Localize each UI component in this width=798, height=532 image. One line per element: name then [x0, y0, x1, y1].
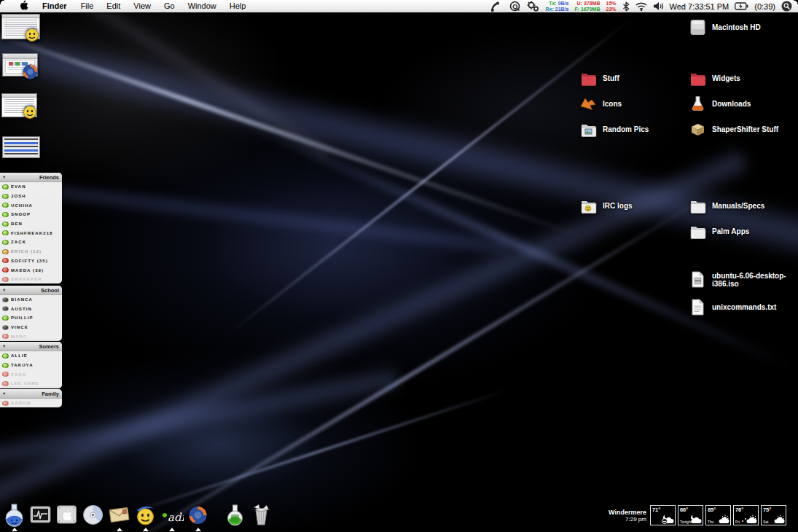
buddy-ben[interactable]: BEN [0, 219, 62, 229]
buddy-fishfreak218[interactable]: FISHFREAK218 [0, 228, 62, 238]
buddy-erich-13[interactable]: ERICH (13) [0, 247, 62, 257]
buddy-name: MARC [11, 335, 27, 339]
dock-item-firefox[interactable] [186, 503, 210, 531]
dock-item-system-preferences[interactable] [55, 503, 79, 531]
buddy-marc[interactable]: MARC [0, 332, 62, 341]
desktop-icon-stuff[interactable]: Stuff [580, 70, 619, 87]
buddy-group-family: ▼ Family AARON [0, 389, 62, 407]
dock-item-chat-smiley-app[interactable] [133, 503, 157, 531]
buddy-allie[interactable]: ALLIE [0, 351, 62, 361]
gears-icon[interactable] [526, 1, 539, 12]
desktop: Finder File Edit View Go Window Help Q [0, 0, 798, 532]
network-meter[interactable]: Tx:0B/s Rx:21B/s [545, 1, 568, 12]
buddy-vince[interactable]: VINCE [0, 323, 62, 332]
buddy-austin[interactable]: AUSTIN [0, 305, 62, 314]
desktop-icon-icons[interactable]: Icons [580, 95, 622, 112]
battery-icon[interactable] [735, 2, 748, 10]
cpu-meter[interactable]: 15% 23% [606, 1, 617, 12]
group-header[interactable]: ▼ Somers [0, 342, 62, 351]
firefox-icon [186, 503, 210, 529]
weather-time: 7:29 pm [625, 516, 646, 523]
volume-icon[interactable] [653, 1, 664, 11]
menu-help[interactable]: Help [223, 0, 253, 12]
desktop-icon-irc-logs[interactable]: IRC logs [580, 197, 633, 214]
status-dot-icon [2, 230, 9, 235]
status-dot-icon [2, 363, 9, 368]
desktop-icon-shapershifter-stuff[interactable]: ShaperShifter Stuff [689, 121, 778, 138]
menu-edit[interactable]: Edit [100, 0, 127, 12]
wifi-icon[interactable] [635, 2, 647, 11]
menu-go[interactable]: Go [157, 0, 181, 12]
buddy-phillip[interactable]: PHILLIP [0, 313, 62, 323]
buddy-aaron[interactable]: AARON [0, 399, 62, 407]
partly-sunny-rain-icon [745, 515, 757, 524]
buddy-sofifty-35[interactable]: SOFIFTY (35) [0, 257, 62, 266]
status-dot-icon [2, 325, 9, 330]
desktop-icon-widgets[interactable]: Widgets [689, 70, 740, 87]
bluetooth-icon[interactable] [622, 1, 630, 12]
quicksilver-icon[interactable]: Q [509, 1, 520, 12]
disclosure-triangle-icon[interactable]: ▼ [2, 344, 6, 348]
buddy-group-school: ▼ School BIANCAAUSTINPHILLIPVINCEMARC [0, 286, 62, 341]
buddy-orkeeper[interactable]: ORKEEPER [0, 275, 62, 283]
status-dot-icon [2, 212, 9, 217]
desktop-icon-palm-apps[interactable]: Palm Apps [689, 223, 749, 240]
disc-icon [81, 503, 105, 529]
chat-smiley-icon [133, 503, 157, 529]
buddy-name: ERICH (13) [11, 249, 42, 254]
memory-meter[interactable]: U:378MB F:1670MB [574, 1, 600, 12]
group-header[interactable]: ▼ School [0, 286, 62, 295]
weather-widget[interactable]: Windermere 7:29 pm 71° 66° Tonight 85° T… [609, 505, 786, 525]
desktop-icon-macintosh-hd[interactable]: Macintosh HD [689, 19, 761, 36]
menu-window[interactable]: Window [181, 0, 223, 12]
menu-clock[interactable]: Wed 7:33:51 PM [670, 2, 729, 11]
hard-drive-icon [689, 19, 706, 36]
dock: adi [2, 503, 273, 531]
dock-item-mail[interactable] [107, 503, 131, 531]
disclosure-triangle-icon[interactable]: ▼ [2, 175, 6, 179]
dock-item-adium[interactable]: adi [160, 503, 184, 531]
disclosure-triangle-icon[interactable]: ▼ [2, 391, 6, 396]
buddy-takuya[interactable]: TAKUYA [0, 361, 62, 370]
dock-item-green-flask-app[interactable] [223, 503, 247, 531]
phone-handset-icon[interactable] [490, 1, 504, 12]
menu-view[interactable]: View [127, 0, 157, 12]
status-dot-icon [2, 306, 9, 311]
desktop-icon-downloads[interactable]: Downloads [689, 95, 751, 112]
dock-item-activity-monitor[interactable] [28, 503, 52, 531]
dock-item-trash-full[interactable] [249, 503, 273, 531]
menu-finder[interactable]: Finder [35, 0, 74, 12]
buddy-maeda-39[interactable]: MAEDA (39) [0, 265, 62, 275]
spotlight-icon[interactable] [781, 1, 792, 12]
group-header[interactable]: ▼ Family [0, 389, 62, 399]
weather-cell-now: 71° [650, 505, 676, 525]
buddy-zack[interactable]: ZACK [0, 238, 62, 247]
buddy-uchiha[interactable]: UCHIHA [0, 200, 62, 210]
menu-file[interactable]: File [74, 0, 101, 12]
group-header[interactable]: ▼ Friends [0, 173, 62, 182]
buddy-snoop[interactable]: SNOOP [0, 210, 62, 219]
window-thumbnail-list[interactable] [2, 136, 40, 158]
status-dot-icon [2, 240, 9, 245]
apple-menu[interactable] [12, 0, 35, 14]
desktop-icon-manuals-specs[interactable]: Manuals/Specs [689, 197, 764, 214]
buddy-bianca[interactable]: BIANCA [0, 295, 62, 305]
buddy-evan[interactable]: EVAN [0, 182, 62, 192]
buddy-zack[interactable]: ZACK [0, 369, 62, 379]
desktop-icon-unixcommands-txt[interactable]: unixcommands.txt [689, 299, 776, 316]
dock-item-blue-flask-app[interactable] [2, 503, 26, 531]
disclosure-triangle-icon[interactable]: ▼ [2, 288, 6, 292]
desktop-icon-ubuntu-iso[interactable]: ubuntu-6.06-desktop-i386.iso [689, 271, 788, 288]
weather-cell-sat: 75° Sat [761, 505, 786, 525]
buddy-josh[interactable]: JOSH [0, 192, 62, 201]
pictures-folder-icon [580, 121, 597, 138]
dock-item-disc-app[interactable] [81, 503, 105, 531]
buddy-name: PHILLIP [11, 316, 34, 320]
buddy-name: ALLIE [11, 353, 28, 358]
screen-corner [793, 0, 798, 5]
buddy-lee-anne[interactable]: LEE ANNE [0, 379, 62, 388]
status-dot-icon [2, 372, 9, 377]
buddy-name: TAKUYA [11, 363, 34, 367]
buddy-name: UCHIHA [11, 203, 33, 208]
desktop-icon-random-pics[interactable]: Random Pics [580, 121, 649, 138]
